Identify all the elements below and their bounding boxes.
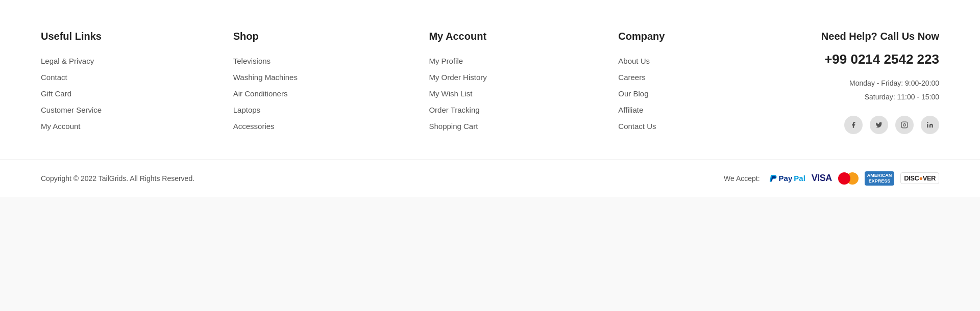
paypal-badge: PayPal — [768, 174, 805, 183]
legal-privacy-link[interactable]: Legal & Privacy — [41, 57, 94, 65]
list-item: My Profile — [429, 57, 486, 66]
list-item: My Wish List — [429, 89, 486, 98]
social-icons-group — [796, 116, 939, 134]
list-item: Legal & Privacy — [41, 57, 102, 66]
list-item: Shopping Cart — [429, 122, 486, 131]
company-list: About Us Careers Our Blog Affiliate Cont… — [618, 57, 665, 131]
mastercard-badge — [838, 172, 859, 185]
order-tracking-link[interactable]: Order Tracking — [429, 106, 479, 114]
accessories-link[interactable]: Accessories — [233, 122, 275, 131]
customer-service-link[interactable]: Customer Service — [41, 106, 102, 114]
air-conditioners-link[interactable]: Air Conditioners — [233, 89, 288, 98]
discover-badge: DISC●VER — [900, 172, 939, 184]
list-item: Televisions — [233, 57, 298, 66]
laptops-link[interactable]: Laptops — [233, 106, 260, 114]
useful-links-section: Useful Links Legal & Privacy Contact Gif… — [41, 31, 102, 134]
list-item: Our Blog — [618, 89, 665, 98]
help-section: Need Help? Call Us Now +99 0214 2542 223… — [796, 31, 939, 134]
list-item: About Us — [618, 57, 665, 66]
useful-links-heading: Useful Links — [41, 31, 102, 42]
linkedin-icon[interactable] — [921, 116, 939, 134]
payment-label: We Accept: — [724, 174, 760, 183]
list-item: Laptops — [233, 106, 298, 115]
company-section: Company About Us Careers Our Blog Affili… — [618, 31, 665, 134]
affiliate-link[interactable]: Affiliate — [618, 106, 643, 114]
contact-link[interactable]: Contact — [41, 73, 67, 82]
list-item: Accessories — [233, 122, 298, 131]
facebook-icon[interactable] — [844, 116, 863, 134]
help-heading: Need Help? Call Us Now — [796, 31, 939, 42]
list-item: Gift Card — [41, 89, 102, 98]
footer-main: Useful Links Legal & Privacy Contact Gif… — [0, 0, 980, 160]
svg-point-3 — [927, 122, 928, 123]
list-item: Air Conditioners — [233, 89, 298, 98]
visa-badge: VISA — [812, 173, 832, 184]
list-item: Customer Service — [41, 106, 102, 115]
company-heading: Company — [618, 31, 665, 42]
my-wish-list-link[interactable]: My Wish List — [429, 89, 472, 98]
my-order-history-link[interactable]: My Order History — [429, 73, 486, 82]
copyright-text: Copyright © 2022 TailGrids. All Rights R… — [41, 174, 194, 183]
shop-section: Shop Televisions Washing Machines Air Co… — [233, 31, 298, 134]
shop-heading: Shop — [233, 31, 298, 42]
twitter-icon[interactable] — [870, 116, 888, 134]
payment-methods: We Accept: PayPal VISA AMERICANEXPRESS D… — [724, 171, 939, 186]
my-account-section: My Account My Profile My Order History M… — [429, 31, 486, 134]
useful-links-list: Legal & Privacy Contact Gift Card Custom… — [41, 57, 102, 131]
list-item: Contact — [41, 73, 102, 82]
my-profile-link[interactable]: My Profile — [429, 57, 463, 65]
gift-card-link[interactable]: Gift Card — [41, 89, 71, 98]
televisions-link[interactable]: Televisions — [233, 57, 271, 65]
shopping-cart-link[interactable]: Shopping Cart — [429, 122, 478, 131]
about-us-link[interactable]: About Us — [618, 57, 650, 65]
amex-badge: AMERICANEXPRESS — [865, 171, 895, 186]
list-item: My Order History — [429, 73, 486, 82]
our-blog-link[interactable]: Our Blog — [618, 89, 648, 98]
contact-us-link[interactable]: Contact Us — [618, 122, 656, 131]
list-item: Order Tracking — [429, 106, 486, 115]
my-account-list: My Profile My Order History My Wish List… — [429, 57, 486, 131]
list-item: Careers — [618, 73, 665, 82]
svg-rect-2 — [927, 124, 928, 127]
list-item: Washing Machines — [233, 73, 298, 82]
list-item: My Account — [41, 122, 102, 131]
phone-number: +99 0214 2542 223 — [796, 51, 939, 67]
washing-machines-link[interactable]: Washing Machines — [233, 73, 298, 82]
footer-bottom: Copyright © 2022 TailGrids. All Rights R… — [0, 160, 980, 197]
shop-list: Televisions Washing Machines Air Conditi… — [233, 57, 298, 131]
list-item: Contact Us — [618, 122, 665, 131]
my-account-heading: My Account — [429, 31, 486, 42]
careers-link[interactable]: Careers — [618, 73, 645, 82]
list-item: Affiliate — [618, 106, 665, 115]
instagram-icon[interactable] — [895, 116, 914, 134]
svg-rect-0 — [901, 122, 908, 128]
my-account-useful-link[interactable]: My Account — [41, 122, 81, 131]
business-hours: Monday - Friday: 9:00-20:00 Saturday: 11… — [796, 76, 939, 103]
